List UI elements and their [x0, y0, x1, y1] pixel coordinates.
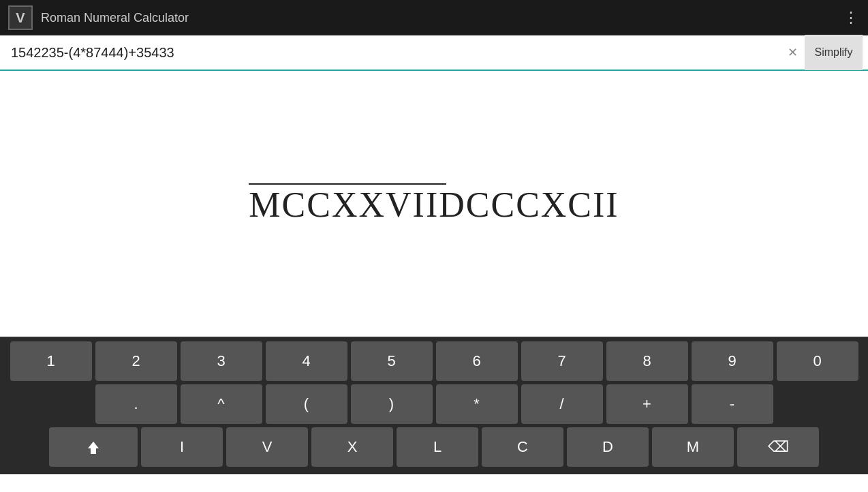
- roman-numeral-text: MCCXXVIIDCCCXCII: [249, 185, 619, 224]
- key-I[interactable]: I: [141, 427, 223, 467]
- expression-input[interactable]: [5, 45, 780, 61]
- app-title: Roman Numeral Calculator: [41, 11, 189, 25]
- key-9[interactable]: 9: [692, 341, 773, 381]
- title-bar: V Roman Numeral Calculator ⋮: [0, 0, 868, 35]
- shift-icon: [85, 439, 102, 455]
- simplify-button[interactable]: Simplify: [805, 35, 863, 70]
- key-plus[interactable]: +: [606, 384, 688, 424]
- key-2[interactable]: 2: [95, 341, 177, 381]
- key-5[interactable]: 5: [351, 341, 433, 381]
- key-3[interactable]: 3: [181, 341, 262, 381]
- clear-button[interactable]: ✕: [780, 40, 805, 65]
- backspace-icon: ⌫: [768, 438, 789, 456]
- roman-overline: [249, 183, 446, 185]
- key-0[interactable]: 0: [777, 341, 858, 381]
- key-close-paren[interactable]: ): [351, 384, 433, 424]
- key-multiply[interactable]: *: [436, 384, 518, 424]
- key-C[interactable]: C: [482, 427, 563, 467]
- key-dot[interactable]: .: [95, 384, 177, 424]
- key-1[interactable]: 1: [10, 341, 92, 381]
- key-L[interactable]: L: [397, 427, 478, 467]
- backspace-key[interactable]: ⌫: [737, 427, 819, 467]
- key-X[interactable]: X: [311, 427, 393, 467]
- key-caret[interactable]: ^: [181, 384, 262, 424]
- shift-key[interactable]: [49, 427, 138, 467]
- key-D[interactable]: D: [567, 427, 649, 467]
- title-bar-left: V Roman Numeral Calculator: [8, 5, 189, 30]
- key-V[interactable]: V: [226, 427, 308, 467]
- key-7[interactable]: 7: [521, 341, 603, 381]
- key-divide[interactable]: /: [521, 384, 603, 424]
- keyboard: 1 2 3 4 5 6 7 8 9 0 . ^ ( ) * / + - I V …: [0, 337, 868, 474]
- key-M[interactable]: M: [652, 427, 734, 467]
- roman-result: MCCXXVIIDCCCXCII: [249, 183, 619, 225]
- keyboard-row-roman: I V X L C D M ⌫: [3, 427, 865, 467]
- key-6[interactable]: 6: [436, 341, 518, 381]
- svg-rect-0: [91, 452, 96, 454]
- menu-icon[interactable]: ⋮: [843, 9, 860, 27]
- key-open-paren[interactable]: (: [266, 384, 347, 424]
- keyboard-row-digits: 1 2 3 4 5 6 7 8 9 0: [3, 341, 865, 381]
- key-4[interactable]: 4: [266, 341, 347, 381]
- input-bar: ✕ Simplify: [0, 35, 868, 71]
- key-8[interactable]: 8: [606, 341, 688, 381]
- result-area: MCCXXVIIDCCCXCII: [0, 71, 868, 337]
- key-minus[interactable]: -: [692, 384, 773, 424]
- keyboard-row-operators: . ^ ( ) * / + -: [3, 384, 865, 424]
- app-icon: V: [8, 5, 33, 30]
